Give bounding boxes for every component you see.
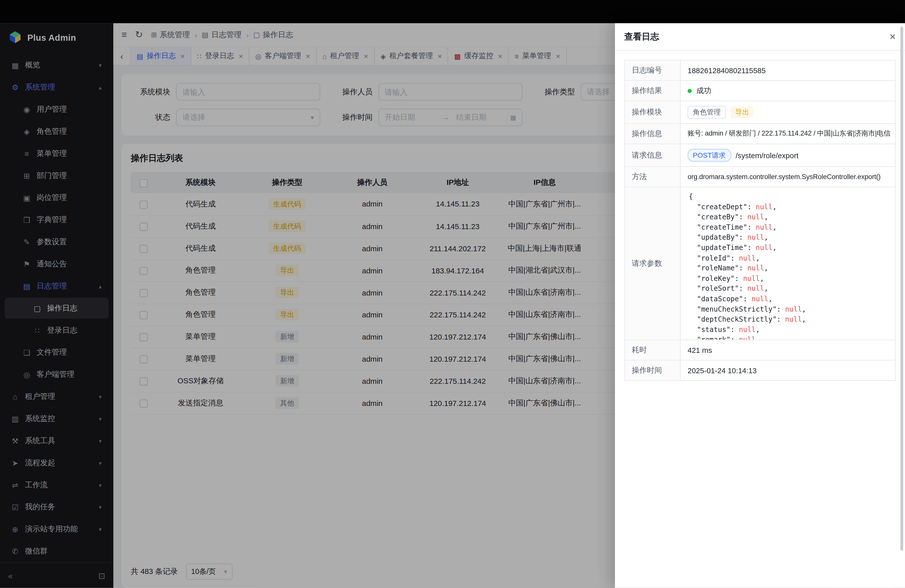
success-dot-icon <box>687 89 692 93</box>
json-line: "updateTime": null, <box>689 243 887 253</box>
json-line: "roleKey": null, <box>689 273 887 284</box>
json-line: "roleName": null, <box>689 264 887 274</box>
json-line: "updateBy": null, <box>689 233 887 243</box>
close-icon[interactable]: × <box>890 32 896 42</box>
scrollbar-thumb[interactable] <box>900 51 903 390</box>
row-log-id: 日志编号 1882612840802115585 <box>625 60 895 81</box>
json-line: "roleId": null, <box>689 253 887 264</box>
row-method: 方法 org.dromara.system.controller.system.… <box>625 167 895 188</box>
drawer-body: 日志编号 1882612840802115585 操作结果 成功 操作模块 <box>615 51 905 390</box>
field-label: 操作结果 <box>625 81 681 100</box>
action-tag: 导出 <box>730 106 754 118</box>
row-info: 操作信息 账号: admin / 研发部门 / 222.175.114.242 … <box>625 124 895 144</box>
row-time: 操作时间 2025-01-24 10:14:13 <box>625 361 895 381</box>
log-detail-table: 日志编号 1882612840802115585 操作结果 成功 操作模块 <box>624 60 896 381</box>
row-result: 操作结果 成功 <box>625 81 895 101</box>
request-url: /system/role/export <box>735 151 799 160</box>
json-line: "menuCheckStrictly": null, <box>689 304 887 315</box>
json-line: "roleSort": null, <box>689 284 887 294</box>
field-label: 日志编号 <box>625 60 681 80</box>
result-value: 成功 <box>681 81 895 100</box>
module-value: 角色管理 导出 <box>681 101 895 123</box>
time-value: 2025-01-24 10:14:13 <box>681 361 895 380</box>
json-line: { <box>689 192 887 202</box>
row-duration: 耗时 421 ms <box>625 340 895 361</box>
json-line: "createBy": null, <box>689 212 887 222</box>
row-params: 请求参数 {"createDept": null,"createBy": nul… <box>625 187 895 340</box>
field-label: 请求信息 <box>625 144 681 166</box>
duration-value: 421 ms <box>681 340 895 360</box>
params-scrollbar[interactable] <box>900 51 903 390</box>
app-root: Plus Admin ▦概览▾⚙系统管理▴◉用户管理◈角色管理≡菜单管理⊞部门管… <box>0 0 905 588</box>
field-label: 操作信息 <box>625 124 681 144</box>
json-line: "createDept": null, <box>689 202 887 213</box>
method-value: org.dromara.system.controller.system.Sys… <box>681 167 895 187</box>
field-label: 操作模块 <box>625 101 681 123</box>
request-params-json[interactable]: {"createDept": null,"createBy": null,"cr… <box>681 187 895 340</box>
drawer-title: 查看日志 <box>624 31 659 42</box>
info-value: 账号: admin / 研发部门 / 222.175.114.242 / 中国|… <box>681 124 895 144</box>
request-value: POST请求 /system/role/export <box>681 144 895 166</box>
json-line: "dataScope": null, <box>689 294 887 305</box>
field-label: 耗时 <box>625 340 681 360</box>
field-label: 方法 <box>625 167 681 187</box>
view-log-drawer: 查看日志 × 日志编号 1882612840802115585 操作结果 成功 <box>615 23 905 588</box>
params-value: {"createDept": null,"createBy": null,"cr… <box>681 187 895 340</box>
field-label: 请求参数 <box>625 187 681 340</box>
row-request: 请求信息 POST请求 /system/role/export <box>625 144 895 167</box>
json-line: "remark": null, <box>689 335 887 340</box>
json-line: "createTime": null, <box>689 222 887 233</box>
drawer-header: 查看日志 × <box>615 23 905 51</box>
log-id-value: 1882612840802115585 <box>681 60 895 80</box>
module-tag: 角色管理 <box>687 106 726 119</box>
request-method-tag: POST请求 <box>687 149 731 162</box>
field-label: 操作时间 <box>625 361 681 380</box>
row-module: 操作模块 角色管理 导出 <box>625 101 895 124</box>
json-line: "status": null, <box>689 325 887 335</box>
json-line: "deptCheckStrictly": null, <box>689 315 887 325</box>
